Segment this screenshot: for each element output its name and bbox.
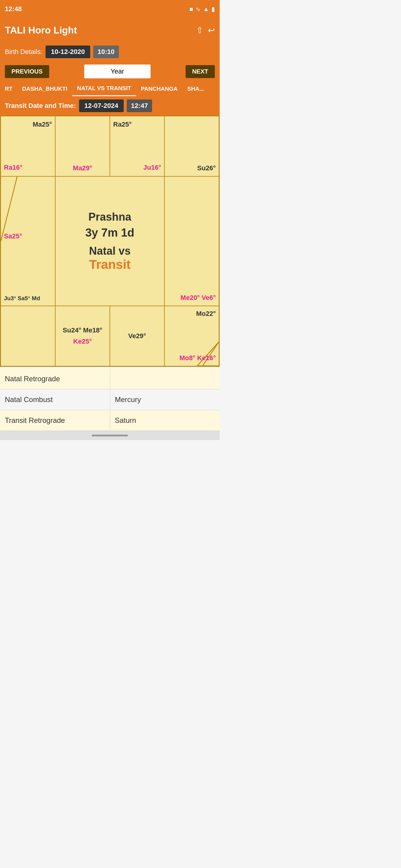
- center-age: 3y 7m 1d: [85, 226, 135, 239]
- planet-ma29: Ma29°: [73, 164, 92, 173]
- notification-icon: ■: [190, 6, 193, 13]
- info-table: Natal Retrograde Natal Combust Mercury T…: [0, 369, 220, 431]
- chart-grid: Ma25° Ra16° Ma29° Ra25° Ju16° Su26° Sa25…: [1, 116, 219, 366]
- planet-ve29: Ve29°: [128, 332, 146, 341]
- transit-retrograde-label: Transit Retrograde: [0, 410, 110, 431]
- natal-combust-value: Mercury: [110, 390, 220, 410]
- wifi-icon: ∿: [196, 5, 201, 13]
- chart-cell-center: Prashna 3y 7m 1d Natal vs Transit: [55, 176, 165, 306]
- status-time: 12:48: [5, 5, 22, 13]
- birth-date-button[interactable]: 10-12-2020: [46, 45, 90, 58]
- status-icons: ■ ∿ ▲ ▮: [190, 5, 215, 13]
- planet-mo22: Mo22°: [196, 309, 216, 318]
- planet-ju16: Ju16°: [143, 163, 161, 173]
- natal-retrograde-value: [110, 369, 220, 390]
- chart-cell-bot-1: [1, 306, 55, 366]
- table-row-natal-retrograde: Natal Retrograde: [0, 369, 220, 390]
- app-title: TALI Horo Light: [5, 25, 77, 36]
- tab-natal-vs-transit[interactable]: NATAL VS TRANSIT: [72, 82, 136, 96]
- transit-date-button[interactable]: 12-07-2024: [79, 99, 124, 112]
- bottom-bar: [0, 431, 220, 440]
- tab-panchanga[interactable]: PANCHANGA: [136, 82, 182, 96]
- planet-ju3-sa5: Ju3° Sa5° Md: [4, 294, 40, 303]
- natal-retrograde-label: Natal Retrograde: [0, 369, 110, 390]
- table-row-transit-retrograde: Transit Retrograde Saturn: [0, 410, 220, 431]
- chart-cell-mid-left: Sa25° Ju3° Sa5° Md: [1, 176, 55, 306]
- chart-cell-mid-right: Me20° Ve6°: [165, 176, 219, 306]
- header-icons: ⇧ ↩: [196, 25, 215, 35]
- birth-details-row: Birth Details: 10-12-2020 10:10: [0, 42, 220, 61]
- share-button[interactable]: ⇧: [196, 25, 203, 35]
- chart-cell-top-4: Su26°: [165, 116, 219, 176]
- center-natal: Natal vs: [85, 245, 135, 257]
- center-transit: Transit: [85, 257, 135, 272]
- chart-cell-bot-2: Su24° Me18° Ke25°: [55, 306, 110, 366]
- planet-ma25: Ma25°: [33, 120, 52, 129]
- tab-sha[interactable]: SHA...: [182, 82, 209, 96]
- planet-su26: Su26°: [197, 164, 216, 173]
- planet-me20-ve6: Me20° Ve6°: [180, 293, 216, 303]
- chart-cell-bot-4: Mo22° Mo8° Ke16°: [165, 306, 219, 366]
- chart-cell-top-3: Ra25° Ju16°: [110, 116, 165, 176]
- app-header: TALI Horo Light ⇧ ↩: [0, 18, 220, 42]
- battery-icon: ▮: [211, 5, 215, 13]
- transit-time-button[interactable]: 12:47: [127, 99, 152, 112]
- table-row-natal-combust: Natal Combust Mercury: [0, 390, 220, 410]
- status-bar: 12:48 ■ ∿ ▲ ▮: [0, 0, 220, 18]
- nav-row: PREVIOUS NEXT: [0, 61, 220, 82]
- planet-sa25: Sa25°: [4, 232, 22, 241]
- chart-cell-top-1: Ma25° Ra16°: [1, 116, 55, 176]
- chart-cell-top-2: Ma29°: [55, 116, 110, 176]
- tab-dasha-bhukti[interactable]: DASHA_BHUKTI: [17, 82, 72, 96]
- transit-date-row: Transit Date and Time: 12-07-2024 12:47: [0, 96, 220, 116]
- center-prashna: Prashna: [85, 211, 135, 223]
- natal-combust-label: Natal Combust: [0, 390, 110, 410]
- year-input[interactable]: [84, 64, 150, 79]
- chart-cell-bot-3: Ve29°: [110, 306, 165, 366]
- planet-ra25: Ra25°: [113, 120, 132, 129]
- tab-rt[interactable]: RT: [0, 82, 17, 96]
- previous-button[interactable]: PREVIOUS: [5, 65, 49, 78]
- planet-ke25: Ke25°: [73, 337, 92, 346]
- birth-label: Birth Details:: [5, 48, 42, 56]
- planet-ra16: Ra16°: [4, 163, 22, 173]
- transit-label: Transit Date and Time:: [5, 102, 76, 110]
- svg-line-0: [1, 177, 17, 241]
- planet-su24-me18: Su24° Me18°: [63, 326, 102, 335]
- center-content: Prashna 3y 7m 1d Natal vs Transit: [85, 211, 135, 272]
- chart-container: Ma25° Ra16° Ma29° Ra25° Ju16° Su26° Sa25…: [0, 116, 220, 367]
- home-indicator: [92, 435, 128, 436]
- undo-button[interactable]: ↩: [208, 25, 215, 35]
- transit-retrograde-value: Saturn: [110, 410, 220, 431]
- signal-icon: ▲: [203, 6, 209, 13]
- birth-time-button[interactable]: 10:10: [93, 45, 119, 58]
- tabs-row: RT DASHA_BHUKTI NATAL VS TRANSIT PANCHAN…: [0, 82, 220, 96]
- planet-mo8-ke16: Mo8° Ke16°: [179, 353, 216, 363]
- next-button[interactable]: NEXT: [185, 65, 215, 78]
